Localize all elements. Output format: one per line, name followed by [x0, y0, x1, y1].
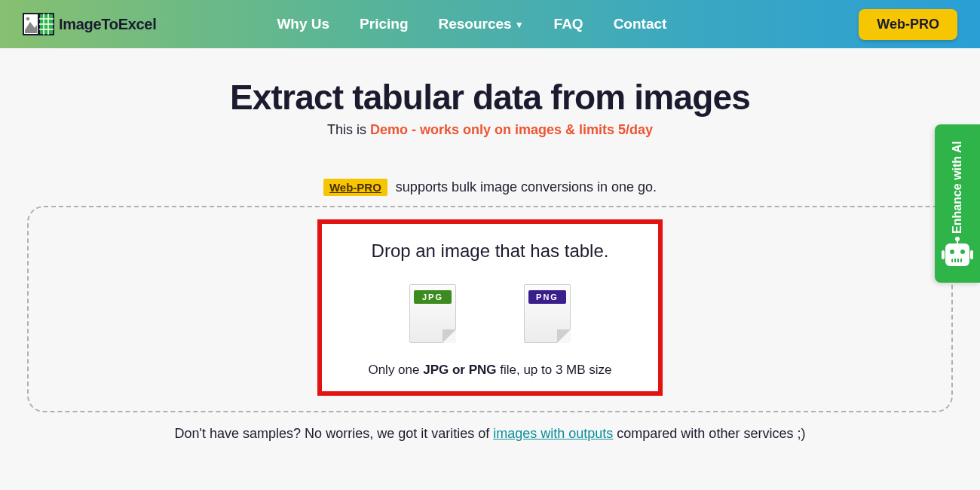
nav-links: Why Us Pricing Resources ▼ FAQ Contact	[277, 16, 666, 32]
brand-name: ImageToExcel	[59, 16, 156, 33]
dropzone[interactable]: Drop an image that has table. JPG PNG On…	[317, 219, 663, 396]
note-pre: Only one	[368, 363, 423, 377]
robot-icon	[945, 243, 969, 266]
svg-point-2	[26, 17, 30, 21]
navbar: ImageToExcel Why Us Pricing Resources ▼ …	[0, 0, 980, 48]
logo-icon	[23, 11, 54, 37]
enhance-ai-tab[interactable]: Enhance with AI	[935, 124, 980, 283]
brand-logo[interactable]: ImageToExcel	[23, 11, 156, 37]
page-title: Extract tabular data from images	[0, 77, 980, 118]
samples-link[interactable]: images with outputs	[493, 426, 613, 441]
samples-post: compared with other services ;)	[613, 426, 805, 441]
nav-why-us[interactable]: Why Us	[277, 16, 329, 32]
main-content: Extract tabular data from images This is…	[0, 48, 980, 442]
dropzone-title: Drop an image that has table.	[335, 240, 645, 262]
nav-resources[interactable]: Resources ▼	[439, 16, 524, 32]
dropzone-outer[interactable]: Drop an image that has table. JPG PNG On…	[27, 206, 953, 412]
samples-pre: Don't have samples? No worries, we got i…	[175, 426, 494, 441]
note-bold: JPG or PNG	[423, 363, 496, 377]
samples-line: Don't have samples? No worries, we got i…	[0, 426, 980, 442]
enhance-ai-label: Enhance with AI	[950, 141, 965, 234]
web-pro-inline-badge[interactable]: Web-PRO	[323, 179, 387, 196]
file-icons: JPG PNG	[335, 283, 645, 343]
nav-contact[interactable]: Contact	[614, 16, 667, 32]
dropzone-note: Only one JPG or PNG file, up to 3 MB siz…	[335, 363, 645, 378]
nav-faq[interactable]: FAQ	[554, 16, 583, 32]
page-subtitle: This is Demo - works only on images & li…	[0, 122, 980, 138]
note-post: file, up to 3 MB size	[497, 363, 612, 377]
web-pro-button[interactable]: Web-PRO	[859, 9, 957, 40]
pro-line: Web-PRO supports bulk image conversions …	[0, 179, 980, 195]
nav-resources-label: Resources	[439, 16, 512, 32]
nav-pricing[interactable]: Pricing	[360, 16, 408, 32]
subtitle-prefix: This is	[327, 122, 370, 137]
pro-line-text: supports bulk image conversions in one g…	[396, 179, 657, 194]
png-tag: PNG	[528, 290, 566, 304]
png-file-icon: PNG	[524, 283, 571, 343]
jpg-tag: JPG	[414, 290, 452, 304]
jpg-file-icon: JPG	[409, 283, 456, 343]
chevron-down-icon: ▼	[515, 20, 524, 30]
subtitle-demo: Demo - works only on images & limits 5/d…	[370, 122, 653, 137]
